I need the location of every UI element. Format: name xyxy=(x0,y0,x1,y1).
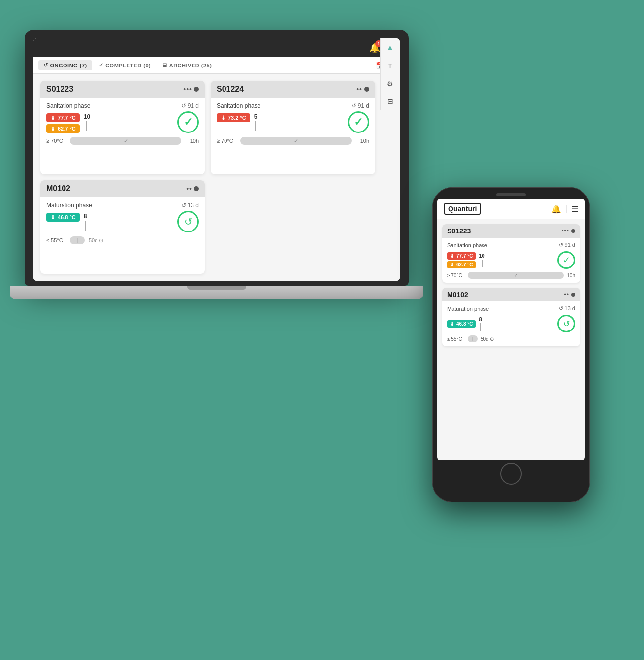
phone-card-m0102: M0102 •• Maturation phase ↺ 13 d xyxy=(442,288,580,346)
phone-sensor-count-col: 10 xyxy=(479,253,484,267)
card-m0102-status-dot xyxy=(194,186,199,191)
card-s01224-status-dot xyxy=(364,87,369,92)
phone-track-m0102: | xyxy=(468,335,478,342)
tab-archived-icon: ⊟ xyxy=(162,62,167,68)
progress-check: ✓ xyxy=(124,138,128,144)
phone-card-m0102-id: M0102 xyxy=(447,291,468,298)
phone-duration-s01223: ↺ 91 d xyxy=(559,242,575,248)
laptop-base xyxy=(10,286,423,299)
tab-ongoing-icon: ↺ xyxy=(43,62,48,68)
phone-card-m0102-body: Maturation phase ↺ 13 d 🌡 46.8 °C 8 xyxy=(442,301,580,346)
sensor-bar-2 xyxy=(255,121,256,131)
phone-sensor-bar-2 xyxy=(480,323,481,331)
archive-icon[interactable]: ⊟ xyxy=(387,98,393,105)
card-s01224-id: S01224 xyxy=(217,85,244,94)
card-s01223-sensor-tags: 🌡 77.7 °C 🌡 62.7 °C xyxy=(46,113,80,133)
card-s01223-progress: ≥ 70°C ✓ 10h xyxy=(46,137,199,145)
phone-speaker xyxy=(496,193,526,196)
phone-logo: Quanturi xyxy=(444,203,481,215)
card-s01224: S01224 •• Sanitation phase ↺ 91 d xyxy=(211,81,375,174)
card-m0102: M0102 •• Maturation phase ↺ 13 d xyxy=(40,180,205,274)
card-s01224-phase-row: Sanitation phase ↺ 91 d xyxy=(217,102,369,109)
phone-limit-m0102: ≤ 55°C xyxy=(447,336,465,342)
notification-icon[interactable]: 🔔 1 xyxy=(369,42,380,53)
card-s01224-header: S01224 •• xyxy=(211,81,375,98)
tab-completed-label: COMPLETED (0) xyxy=(105,63,151,68)
phone-bell-icon[interactable]: 🔔 xyxy=(551,204,561,214)
tab-completed-icon: ✓ xyxy=(99,62,104,68)
tab-ongoing[interactable]: ↺ ONGOING (7) xyxy=(38,60,92,70)
card-m0102-header: M0102 •• xyxy=(40,180,205,197)
phone-card-s01223-id: S01223 xyxy=(447,227,471,235)
sensor-count-col-2: 5 xyxy=(254,113,258,131)
phone-hamburger-icon[interactable]: ☰ xyxy=(571,204,578,214)
phone-card-s01223-header: S01223 ••• xyxy=(442,224,580,238)
card-m0102-body: Maturation phase ↺ 13 d 🌡 46.8 °C xyxy=(40,197,205,249)
tab-bar: ↺ ONGOING (7) ✓ COMPLETED (0) ⊟ ARCHIVED… xyxy=(33,57,400,74)
tab-archived[interactable]: ⊟ ARCHIVED (25) xyxy=(158,60,217,70)
phone-temp-teal: 🌡 46.8 °C xyxy=(447,320,476,328)
card-time-2: 10h xyxy=(355,138,369,144)
tab-archived-label: ARCHIVED (25) xyxy=(169,63,212,68)
card-s01223-menu[interactable]: ••• xyxy=(183,85,192,93)
phone-check-circle-s01223: ✓ xyxy=(557,251,575,269)
card-limit: ≥ 70°C xyxy=(46,138,66,144)
phone-phase-s01223: Sanitation phase xyxy=(447,242,487,248)
tab-completed[interactable]: ✓ COMPLETED (0) xyxy=(94,60,156,70)
phone-card-s01223-dot xyxy=(571,229,575,233)
phone-card-s01223: S01223 ••• Sanitation phase ↺ 91 d xyxy=(442,224,580,283)
card-s01224-menu[interactable]: •• xyxy=(356,85,362,93)
phone-sensor-bar xyxy=(482,260,483,267)
phone-home-button[interactable] xyxy=(500,463,522,485)
sensor-count-col: 10 xyxy=(84,113,90,131)
card-time-3: 50d ⊙ xyxy=(89,237,103,244)
phone-screen: Quanturi 🔔 | ☰ S01223 ••• xyxy=(437,199,585,460)
temp-high-tag-2: 🌡 73.2 °C xyxy=(217,113,250,122)
phone-track-s01223: ✓ xyxy=(468,272,564,279)
status-check-circle: ✓ xyxy=(177,111,199,133)
phone-phase-m0102: Maturation phase xyxy=(447,306,489,312)
card-s01223-body: Sanitation phase ↺ 91 d 🌡 77.7 °C 🌡 62 xyxy=(40,98,205,150)
card-time: 10h xyxy=(185,138,199,144)
phone-card-s01223-menu[interactable]: ••• xyxy=(561,228,569,234)
card-s01223-header: S01223 ••• xyxy=(40,81,205,98)
phone-card-s01223-body: Sanitation phase ↺ 91 d 🌡 77.7 °C 🌡 62.7… xyxy=(442,238,580,283)
phone-topbar: Quanturi 🔔 | ☰ xyxy=(437,199,585,219)
card-s01223-duration: ↺ 91 d xyxy=(181,102,199,109)
card-m0102-menu[interactable]: •• xyxy=(186,185,192,193)
card-s01223-phase-row: Sanitation phase ↺ 91 d xyxy=(46,102,199,109)
progress-track-3: | xyxy=(70,236,85,244)
phone-temp-low: 🌡 62.7 °C xyxy=(447,261,476,268)
settings-icon[interactable]: ⚙ xyxy=(387,80,393,88)
phone-progress-m0102: ≤ 55°C | 50d ⊙ xyxy=(447,335,575,342)
phone-sensor-count-col-2: 8 xyxy=(479,316,482,331)
card-m0102-sensors: 🌡 46.8 °C 8 ↺ xyxy=(46,213,199,232)
phone-sensor-tags-m0102: 🌡 46.8 °C xyxy=(447,320,476,328)
phone-temp-high: 🌡 77.7 °C xyxy=(447,252,476,260)
card-limit-3: ≤ 55°C xyxy=(46,237,66,243)
phone-card-m0102-dot xyxy=(571,293,575,297)
phone-refresh-circle-m0102: ↺ xyxy=(557,315,575,332)
laptop: 🔔 1 ☰ ↺ ONGOING (7) ✓ COMPLETED (0) ⊟ AR… xyxy=(25,30,409,433)
phone-card-m0102-menu[interactable]: •• xyxy=(564,291,569,298)
main-content: S01223 ••• Sanitation phase ↺ 91 d xyxy=(33,74,400,281)
card-s01223-id: S01223 xyxy=(46,85,73,94)
phone-sensors-m0102: 🌡 46.8 °C 8 ↺ xyxy=(447,315,575,332)
phone-sensors-s01223: 🌡 77.7 °C 🌡 62.7 °C 10 ✓ xyxy=(447,251,575,269)
card-s01224-duration: ↺ 91 d xyxy=(352,102,369,109)
temp-high-tag: 🌡 77.7 °C xyxy=(46,113,80,122)
card-m0102-phase-row: Maturation phase ↺ 13 d xyxy=(46,202,199,209)
progress-track-2: ✓ xyxy=(240,137,352,145)
sensor-bar-3 xyxy=(85,221,86,231)
card-s01224-sensors: 🌡 73.2 °C 5 ✓ xyxy=(217,113,369,133)
card-s01223: S01223 ••• Sanitation phase ↺ 91 d xyxy=(40,81,205,174)
progress-track: ✓ xyxy=(70,137,181,145)
temp-teal-tag: 🌡 46.8 °C xyxy=(46,213,80,222)
phone-phase-row-m0102: Maturation phase ↺ 13 d xyxy=(447,305,575,312)
card-s01223-status-dot xyxy=(194,87,199,92)
text-icon[interactable]: T xyxy=(388,62,392,70)
phone-frame: Quanturi 🔔 | ☰ S01223 ••• xyxy=(432,187,590,502)
card-m0102-sensor-tags: 🌡 46.8 °C xyxy=(46,213,80,222)
laptop-screen: 🔔 1 ☰ ↺ ONGOING (7) ✓ COMPLETED (0) ⊟ AR… xyxy=(33,38,400,281)
mountain-icon[interactable]: ▲ xyxy=(386,43,394,52)
